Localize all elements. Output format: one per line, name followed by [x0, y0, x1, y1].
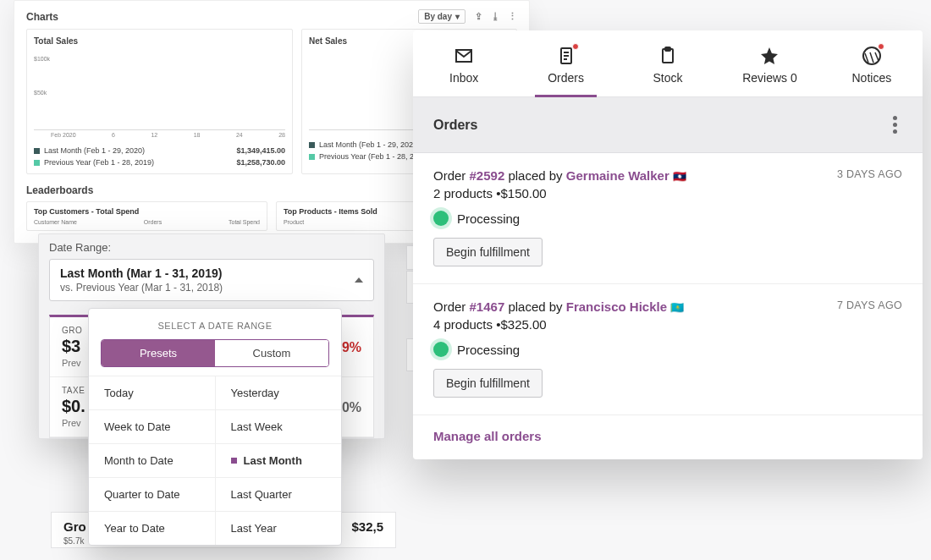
wordpress-icon: [862, 46, 882, 66]
preset-last-month[interactable]: Last Month: [215, 444, 342, 477]
popover-title: SELECT A DATE RANGE: [89, 309, 341, 339]
orders-heading: Orders: [433, 118, 477, 133]
flag-icon: 🇰🇿: [670, 301, 684, 314]
date-range-dropdown[interactable]: Last Month (Mar 1 - 31, 2019) vs. Previo…: [49, 259, 374, 301]
badge-dot-icon: [878, 43, 884, 50]
top-customers-card: Top Customers - Total Spend Customer Nam…: [26, 201, 267, 231]
flag-icon: 🇱🇦: [673, 170, 686, 183]
order-card: Order #2592 placed by Germaine Walker 🇱🇦…: [413, 153, 923, 284]
tab-stock[interactable]: Stock: [617, 30, 719, 96]
order-summary: 4 products •$325.00: [433, 317, 902, 332]
preset-month-to-date[interactable]: Month to Date: [89, 444, 215, 477]
clipboard-icon: [556, 46, 576, 66]
kebab-icon[interactable]: [888, 111, 902, 139]
preset-today[interactable]: Today: [89, 376, 215, 409]
orders-panel: Inbox Orders Stock Reviews 0 Notices Ord…: [413, 30, 923, 459]
date-range-label: Date Range:: [49, 241, 374, 254]
order-summary: 2 products •$150.00: [433, 186, 902, 200]
customer-link[interactable]: Germaine Walker: [566, 168, 669, 183]
seg-custom[interactable]: Custom: [215, 340, 328, 366]
status-label: Processing: [457, 211, 520, 226]
activity-tabs: Inbox Orders Stock Reviews 0 Notices: [413, 30, 923, 97]
charts-heading: Charts: [26, 11, 58, 23]
seg-presets[interactable]: Presets: [102, 340, 215, 366]
download-icon[interactable]: ⭳: [491, 11, 500, 21]
clipboard2-icon: [658, 46, 678, 66]
orders-header: Orders: [413, 97, 923, 153]
preset-yesterday[interactable]: Yesterday: [215, 376, 342, 409]
status-processing-icon: [433, 211, 449, 226]
selected-dot-icon: [231, 458, 237, 464]
order-age: 3 DAYS AGO: [837, 168, 902, 180]
order-age: 7 DAYS AGO: [837, 299, 902, 311]
tab-notices[interactable]: Notices: [821, 30, 923, 96]
begin-fulfillment-button[interactable]: Begin fulfillment: [433, 238, 543, 266]
total-sales-title: Total Sales: [34, 36, 285, 46]
total-sales-card: Total Sales $50k $100k: [26, 29, 293, 174]
mail-icon: [454, 46, 474, 66]
caret-up-icon: [355, 277, 363, 283]
preset-last-quarter[interactable]: Last Quarter: [215, 478, 342, 511]
preset-week-to-date[interactable]: Week to Date: [89, 410, 215, 443]
date-range-segmented: Presets Custom: [101, 339, 329, 367]
tab-orders[interactable]: Orders: [515, 30, 616, 96]
manage-all-orders-link[interactable]: Manage all orders: [433, 429, 542, 443]
begin-fulfillment-button[interactable]: Begin fulfillment: [433, 369, 543, 398]
status-processing-icon: [433, 342, 449, 357]
share-icon[interactable]: ⇪: [475, 11, 482, 21]
byday-chip[interactable]: By day ▾: [418, 9, 466, 24]
preset-last-week[interactable]: Last Week: [215, 410, 342, 443]
preset-year-to-date[interactable]: Year to Date: [89, 512, 215, 545]
total-sales-xaxis: Feb 2020612182428: [34, 132, 285, 138]
total-sales-chart: $50k $100k: [34, 49, 285, 130]
preset-last-year[interactable]: Last Year: [215, 512, 342, 545]
chevron-down-icon: ▾: [455, 12, 460, 21]
order-number-link[interactable]: #1467: [470, 299, 505, 314]
order-card: Order #1467 placed by Francisco Hickle 🇰…: [413, 284, 923, 415]
order-number-link[interactable]: #2592: [470, 168, 505, 183]
preset-quarter-to-date[interactable]: Quarter to Date: [89, 478, 215, 511]
tab-reviews[interactable]: Reviews 0: [719, 30, 820, 96]
tab-inbox[interactable]: Inbox: [413, 30, 515, 96]
more-icon[interactable]: ⋮: [508, 11, 517, 21]
status-label: Processing: [457, 343, 520, 357]
date-range-popover: SELECT A DATE RANGE Presets Custom Today…: [88, 308, 342, 546]
star-icon: [759, 46, 780, 66]
badge-dot-icon: [572, 43, 579, 50]
customer-link[interactable]: Francisco Hickle: [566, 299, 667, 314]
